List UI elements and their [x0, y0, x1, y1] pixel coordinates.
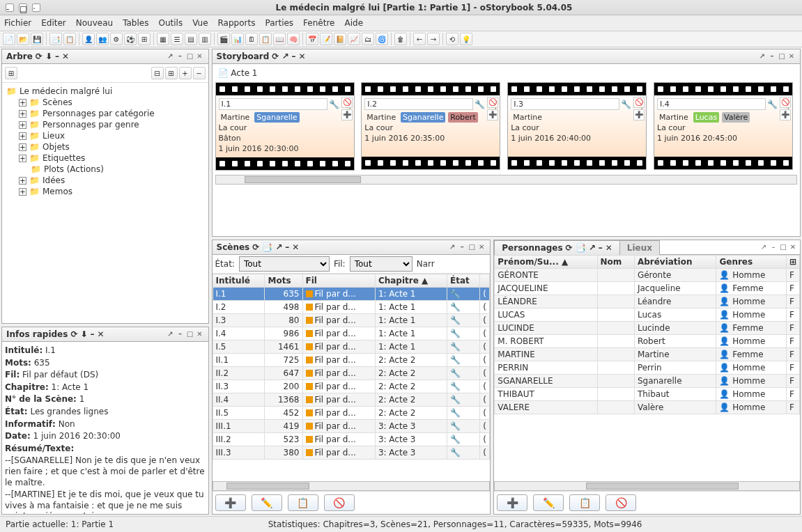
minimize-icon[interactable]: –	[55, 52, 59, 61]
char-tag[interactable]: Martine	[364, 112, 398, 123]
pin-icon[interactable]: ⬇	[80, 329, 87, 339]
copy-button[interactable]: 📋	[288, 494, 318, 511]
window-close-icon[interactable]: ·	[32, 3, 40, 12]
scenes-col-chapitre[interactable]: Chapitre ▲	[375, 274, 447, 288]
scenes-col-intitule[interactable]: Intitulé	[213, 274, 265, 288]
wrench-icon[interactable]: 🔧	[447, 367, 480, 380]
tree-item[interactable]: 📁Plots (Actions)	[17, 164, 206, 175]
add-button[interactable]: ➕	[497, 494, 527, 511]
scene-row[interactable]: III.1419 Fil par d... 3: Acte 3 🔧 (	[213, 420, 490, 433]
tool-list-icon[interactable]: ☰	[171, 33, 183, 45]
char-tag[interactable]: Martine	[219, 112, 252, 123]
tab-lieux[interactable]: Lieux	[619, 240, 660, 255]
min2-icon[interactable]: –	[176, 52, 185, 61]
forbid-icon[interactable]: 🚫	[780, 97, 791, 108]
storyboard-card[interactable]: I.2 🔧 ✏️ 🚫 ➕ Martine Sganarelle Robert L…	[361, 82, 500, 170]
scene-id-input[interactable]: I.4	[657, 98, 766, 110]
char-col-extra[interactable]: ⊞	[786, 256, 799, 269]
tree-item[interactable]: +📁Personnages par genre	[17, 119, 206, 130]
forbid-icon[interactable]: 🚫	[487, 97, 498, 108]
tree-root[interactable]: 📁Le médecin malgré lui	[5, 86, 206, 97]
add-icon[interactable]: ➕	[633, 109, 645, 120]
wrench-icon[interactable]: 🔧	[447, 380, 480, 393]
scenes-scrollbar[interactable]	[213, 481, 491, 491]
tool-idea-icon[interactable]: 💡	[460, 33, 472, 45]
character-row[interactable]: SGANARELLESganarelle 👤 Homme F	[495, 375, 800, 388]
refresh-icon[interactable]: ⟳	[252, 242, 259, 252]
scenes-col-etat[interactable]: État	[447, 274, 480, 288]
wrench-icon[interactable]: 🔧	[447, 446, 480, 460]
tool-new-icon[interactable]: 📄	[3, 33, 15, 45]
float-icon[interactable]: ↗	[167, 52, 175, 61]
tree-item[interactable]: +📁Memos	[17, 186, 206, 197]
char-tag[interactable]: Lucas	[693, 112, 719, 123]
add-button[interactable]: ➕	[215, 494, 246, 511]
char-col-genre[interactable]: Genres	[716, 256, 787, 269]
scene-row[interactable]: III.2523 Fil par d... 3: Acte 3 🔧 (	[213, 433, 490, 446]
character-row[interactable]: MARTINEMartine 👤 Femme F	[495, 348, 800, 361]
scenes-table[interactable]: Intitulé Mots Fil Chapitre ▲ État I.1635…	[213, 274, 491, 460]
tool-chrono-icon[interactable]: 🗓	[245, 33, 258, 45]
scene-id-input[interactable]: I.1	[219, 98, 327, 110]
tool-refresh-icon[interactable]: ⟲	[446, 33, 458, 45]
tree-item[interactable]: +📁Scènes	[17, 97, 206, 108]
menu-item[interactable]: Vue	[192, 18, 208, 28]
add-icon[interactable]: ➕	[341, 109, 353, 120]
tool-spiral-icon[interactable]: 🌀	[376, 33, 388, 45]
max-icon[interactable]: □	[186, 52, 194, 61]
scenes-col-fil[interactable]: Fil	[302, 274, 375, 288]
wrench-icon[interactable]: 🔧	[329, 100, 339, 109]
float-icon[interactable]: ↗	[167, 330, 175, 338]
delete-button[interactable]: 🚫	[324, 494, 355, 511]
character-row[interactable]: LUCINDELucinde 👤 Femme F	[495, 322, 800, 335]
wrench-icon[interactable]: 🔧	[767, 100, 778, 109]
filter-etat-select[interactable]: Tout	[239, 256, 330, 272]
tool-copy-icon[interactable]: 📋	[63, 33, 76, 45]
tool-ball-icon[interactable]: ⚽	[124, 33, 137, 45]
close-icon[interactable]: ✕	[62, 52, 69, 61]
character-row[interactable]: GÉRONTEGéronte 👤 Homme F	[495, 269, 800, 282]
menu-item[interactable]: Editer	[41, 18, 66, 28]
scene-id-input[interactable]: I.3	[511, 98, 619, 110]
tree-item[interactable]: +📁Etiquettes	[17, 152, 206, 164]
tool-chart-icon[interactable]: 📈	[348, 33, 360, 45]
tool-trash-icon[interactable]: 🗑	[394, 33, 407, 45]
menu-item[interactable]: Nouveau	[76, 18, 113, 28]
refresh-icon[interactable]: ⟳	[36, 52, 43, 61]
scene-row[interactable]: I.1635 Fil par d... 1: Acte 1 🔧 (	[213, 288, 490, 301]
close2-icon[interactable]: ✕	[196, 52, 204, 61]
filter-fil-select[interactable]: Tout	[350, 256, 412, 272]
char-tag[interactable]: Martine	[511, 112, 544, 123]
tool-plan-icon[interactable]: 🗂	[362, 33, 374, 45]
character-row[interactable]: LÉANDRELéandre 👤 Homme F	[495, 295, 800, 308]
scene-row[interactable]: II.3200 Fil par d... 2: Acte 2 🔧 (	[213, 380, 490, 393]
forbid-icon[interactable]: 🚫	[341, 97, 353, 108]
edit-button[interactable]: ✏️	[533, 494, 564, 511]
refresh-icon[interactable]: ⟳	[70, 329, 77, 339]
scene-row[interactable]: II.41368 Fil par d... 2: Acte 2 🔧 (	[213, 393, 490, 407]
forbid-icon[interactable]: 🚫	[633, 97, 645, 108]
wrench-icon[interactable]: 🔧	[447, 420, 480, 433]
tool-open-icon[interactable]: 📂	[17, 33, 29, 45]
wrench-icon[interactable]: 🔧	[447, 407, 480, 420]
tool-reading-icon[interactable]: 📖	[273, 33, 286, 45]
menu-item[interactable]: Rapports	[218, 18, 256, 28]
tree-collapse-icon[interactable]: ⊞	[165, 67, 178, 79]
storyboard-scrollbar[interactable]	[215, 175, 797, 185]
tool-cards-icon[interactable]: ▤	[185, 33, 197, 45]
tree-expand-icon[interactable]: ⊟	[151, 67, 164, 79]
tool-book-icon[interactable]: 📔	[334, 33, 346, 45]
wrench-icon[interactable]: 🔧	[475, 100, 485, 109]
add-icon[interactable]: ➕	[780, 109, 791, 120]
wrench-icon[interactable]: 🔧	[447, 393, 480, 407]
char-scrollbar[interactable]	[494, 481, 800, 491]
tool-prev-icon[interactable]: ←	[413, 33, 426, 45]
char-tag[interactable]: Valère	[722, 112, 750, 123]
character-row[interactable]: VALEREValère 👤 Homme F	[495, 401, 800, 414]
scene-row[interactable]: II.2647 Fil par d... 2: Acte 2 🔧 (	[213, 367, 490, 380]
character-row[interactable]: LUCASLucas 👤 Homme F	[495, 308, 800, 322]
menu-item[interactable]: Fenêtre	[303, 18, 334, 28]
edit-button[interactable]: ✏️	[252, 494, 282, 511]
tab-personnages[interactable]: Personnages ⟳📑↗–✕	[494, 240, 619, 255]
menu-item[interactable]: Tables	[123, 18, 148, 28]
